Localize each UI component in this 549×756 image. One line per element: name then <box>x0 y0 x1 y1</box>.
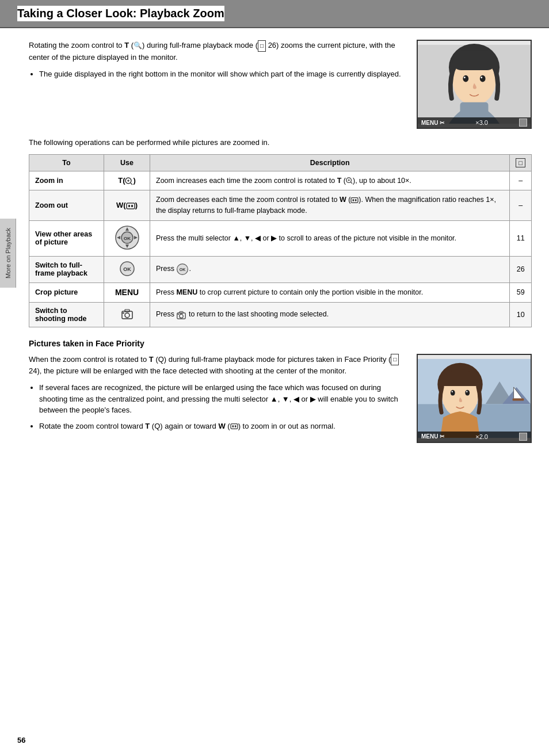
intro-text: Rotating the zoom control to T (🔍) durin… <box>29 40 405 129</box>
main-content: Rotating the zoom control to T (🔍) durin… <box>0 28 549 455</box>
table-header-row: To Use Description □ <box>29 154 532 171</box>
row-to-view-areas: View other areas of picture <box>29 220 104 256</box>
table-row: Zoom in T() Zoom increases each time the… <box>29 171 532 190</box>
page-wrapper: Taking a Closer Look: Playback Zoom More… <box>0 0 549 756</box>
svg-rect-22 <box>355 199 357 201</box>
camera-screen-2: MENU ✂ ×2.0 <box>417 354 532 443</box>
intro-paragraph: Rotating the zoom control to T (🔍) durin… <box>29 40 405 64</box>
table-row: Switch to full-frame playback OK Press O… <box>29 256 532 282</box>
operations-note: The following operations can be performe… <box>29 137 532 148</box>
svg-text:OK: OK <box>123 266 131 272</box>
row-ref-crop: 59 <box>510 282 532 302</box>
face-priority-section: Pictures taken in Face Priority When the… <box>29 339 532 443</box>
row-desc-crop: Press MENU to crop current picture to co… <box>150 282 510 302</box>
camera-icon <box>121 308 134 319</box>
svg-rect-20 <box>351 198 358 203</box>
table-row: Zoom out W() Zoom decreases each time th… <box>29 190 532 221</box>
intro-bullet-1: The guide displayed in the right bottom … <box>39 68 405 80</box>
svg-rect-3 <box>453 51 495 70</box>
face-illustration-2 <box>418 355 531 442</box>
row-use-zoom-in: T() <box>104 171 150 190</box>
svg-rect-37 <box>123 312 124 314</box>
face-priority-title: Pictures taken in Face Priority <box>29 339 532 348</box>
svg-point-51 <box>451 390 455 395</box>
row-use-zoom-out: W() <box>104 190 150 221</box>
header-bar: Taking a Closer Look: Playback Zoom <box>0 0 549 28</box>
row-use-crop: MENU <box>104 282 150 302</box>
svg-point-54 <box>466 391 467 392</box>
row-desc-zoom-out: Zoom decreases each time the zoom contro… <box>150 190 510 221</box>
row-use-fullframe: OK <box>104 256 150 282</box>
col-header-use: Use <box>104 154 150 171</box>
svg-rect-43 <box>232 425 234 427</box>
svg-point-39 <box>180 314 183 318</box>
face-illustration-1 <box>418 41 531 128</box>
svg-text:OK: OK <box>180 268 186 272</box>
row-to-crop: Crop picture <box>29 282 104 302</box>
face-bullet-1: If several faces are recognized, the pic… <box>39 382 405 416</box>
display-hud-1: MENU ✂ ×3.0 <box>418 117 531 128</box>
svg-rect-36 <box>125 310 129 312</box>
page-title: Taking a Closer Look: Playback Zoom <box>17 6 224 21</box>
col-header-ref: □ <box>510 154 532 171</box>
row-to-fullframe: Switch to full-frame playback <box>29 256 104 282</box>
menu-button-label: MENU <box>115 288 139 297</box>
face-priority-bullets: If several faces are recognized, the pic… <box>29 382 405 432</box>
operations-table: To Use Description □ Zoom in T() Zoom in… <box>29 154 532 327</box>
table-row: Crop picture MENU Press MENU to crop cur… <box>29 282 532 302</box>
w-icon: W() <box>116 201 138 209</box>
row-desc-view-areas: Press the multi selector ▲, ▼, ◀ or ▶ to… <box>150 220 510 256</box>
face-section-body: When the zoom control is rotated to T (Q… <box>29 354 532 443</box>
face-priority-image: MENU ✂ ×2.0 <box>417 354 532 443</box>
svg-rect-18 <box>128 205 130 207</box>
row-to-shooting: Switch to shooting mode <box>29 302 104 327</box>
display-hud-2: MENU ✂ ×2.0 <box>418 432 531 442</box>
svg-rect-21 <box>353 199 354 201</box>
row-desc-fullframe: Press OK. <box>150 256 510 282</box>
svg-rect-41 <box>178 314 179 315</box>
intro-section: Rotating the zoom control to T (🔍) durin… <box>29 40 532 129</box>
svg-line-10 <box>131 183 132 185</box>
face-priority-para1: When the zoom control is rotated to T (Q… <box>29 354 405 378</box>
row-use-view-areas: OK <box>104 220 150 256</box>
position-indicator-2 <box>519 433 527 441</box>
camera-screen-1: MENU ✂ ×3.0 <box>417 40 532 129</box>
row-desc-zoom-in: Zoom increases each time the zoom contro… <box>150 171 510 190</box>
svg-point-53 <box>465 390 470 395</box>
multi-selector-icon: OK <box>115 225 140 250</box>
row-ref-fullframe: 26 <box>510 256 532 282</box>
svg-point-4 <box>463 75 468 82</box>
table-row: Switch to shooting mode Press to return … <box>29 302 532 327</box>
svg-point-7 <box>481 77 482 78</box>
intro-bullets: The guide displayed in the right bottom … <box>29 68 405 80</box>
col-header-description: Description <box>150 154 510 171</box>
t-icon: T() <box>118 176 136 185</box>
svg-line-14 <box>351 182 353 184</box>
page-number: 56 <box>17 736 25 744</box>
row-ref-view-areas: 11 <box>510 220 532 256</box>
svg-point-52 <box>452 391 453 392</box>
table-row: View other areas of picture OK <box>29 220 532 256</box>
row-desc-shooting: Press to return to the last shooting mod… <box>150 302 510 327</box>
camera-display-image: MENU ✂ ×3.0 <box>417 40 532 129</box>
row-to-zoom-out: Zoom out <box>29 190 104 221</box>
menu-label-1: MENU ✂ <box>421 120 444 126</box>
svg-point-35 <box>125 313 129 318</box>
svg-rect-42 <box>231 424 238 429</box>
svg-point-5 <box>464 77 466 78</box>
face-bullet-2: Rotate the zoom control toward T (Q) aga… <box>39 421 405 432</box>
svg-rect-19 <box>131 205 133 207</box>
svg-rect-44 <box>235 425 237 427</box>
zoom-level-1: ×3.0 <box>475 119 488 126</box>
row-to-zoom-in: Zoom in <box>29 171 104 190</box>
svg-rect-17 <box>127 203 135 209</box>
row-ref-shooting: 10 <box>510 302 532 327</box>
zoom-level-2: ×2.0 <box>475 433 488 440</box>
face-priority-text: When the zoom control is rotated to T (Q… <box>29 354 405 443</box>
svg-rect-48 <box>513 398 524 400</box>
row-ref-zoom-out: – <box>510 190 532 221</box>
row-use-shooting <box>104 302 150 327</box>
ok-button-icon: OK <box>119 261 135 277</box>
col-header-to: To <box>29 154 104 171</box>
row-ref-zoom-in: – <box>510 171 532 190</box>
